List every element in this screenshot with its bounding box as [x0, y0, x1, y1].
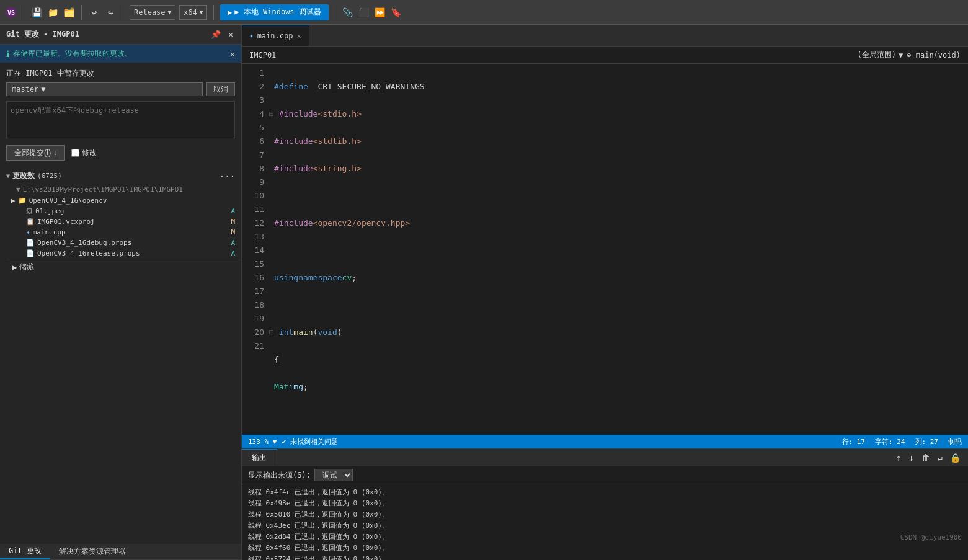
problems-status[interactable]: ✔ 未找到相关问题 [282, 437, 337, 447]
bookmark-icon[interactable]: 🔖 [390, 6, 402, 19]
scope-dropdown[interactable]: (全局范围) ▼ [858, 50, 904, 60]
output-source-label: 显示输出来源(S): [248, 470, 311, 481]
output-tab-label: 输出 [252, 453, 267, 463]
editor-status-bar: 133 % ▼ ✔ 未找到相关问题 行: 17 字符: 24 列: 27 制码 [242, 435, 968, 448]
func-dropdown[interactable]: ⊙ main(void) [907, 51, 961, 60]
redo-icon[interactable]: ↪ [104, 6, 117, 19]
left-panel-title: Git 更改 - IMGP01 [6, 29, 79, 40]
cancel-button[interactable]: 取消 [206, 82, 235, 96]
close-panel-icon[interactable]: ✕ [226, 29, 235, 40]
tree-root-path: ▼ E:\vs2019MyProject\IMGP01\IMGP01\IMGP0… [6, 184, 241, 195]
sep5 [335, 5, 335, 20]
modify-checkbox-label[interactable]: 修改 [71, 148, 97, 158]
info-message: 存储库已最新。没有要拉取的更改。 [13, 48, 132, 59]
cpp-file-icon: ✦ [249, 32, 254, 40]
root-path: E:\vs2019MyProject\IMGP01\IMGP01\IMGP01 [23, 185, 183, 193]
file-icon-debug-props: 📄 [26, 239, 35, 247]
output-down-icon[interactable]: ↓ [906, 452, 916, 463]
tab-close-icon[interactable]: ✕ [296, 32, 301, 40]
code-line-3: #include<stdlib.h> [274, 135, 968, 148]
code-line-10: ⊟int main(void) [274, 326, 968, 339]
tree-file-vcxproj[interactable]: 📋 IMGP01.vcxproj M [6, 216, 241, 227]
zoom-status[interactable]: 133 % ▼ [248, 438, 277, 446]
code-editor[interactable]: 12345 678910 1112131415 1617181920 21 #d… [242, 64, 968, 435]
code-line-1: #define _CRT_SECURE_NO_WARNINGS [274, 80, 968, 94]
output-clear-icon[interactable]: 🗑 [919, 452, 933, 463]
configuration-label: Release [134, 8, 166, 17]
commit-section-title: 正在 IMGP01 中暂存更改 [6, 68, 235, 79]
open-folder-icon[interactable]: 📁 [47, 6, 59, 19]
changes-header[interactable]: ▼ 更改数 (6725) ··· [0, 168, 241, 184]
configuration-dropdown[interactable]: Release ▼ [130, 5, 175, 20]
branch-arrow-icon: ▼ [41, 85, 45, 94]
attach-icon[interactable]: 📎 [342, 6, 354, 19]
file-name-main: main.cpp [33, 228, 66, 236]
output-lock-icon[interactable]: 🔒 [948, 452, 963, 463]
breadcrumb-bar: IMGP01 (全局范围) ▼ ⊙ main(void) [242, 47, 968, 64]
main-content: Git 更改 - IMGP01 📌 ✕ ℹ 存储库已最新。没有要拉取的更改。 ✕… [0, 25, 968, 560]
changes-arrow-icon: ▼ [6, 172, 10, 179]
tab-solution-explorer[interactable]: 解决方案资源管理器 [50, 544, 135, 559]
breadcrumb-project[interactable]: IMGP01 [249, 51, 276, 60]
info-icon: ℹ [6, 49, 9, 59]
left-panel-icons: 📌 ✕ [209, 29, 235, 40]
left-bottom-tabs: Git 更改 解决方案资源管理器 [0, 544, 241, 560]
branch-name: master [12, 85, 38, 94]
undo-icon[interactable]: ↩ [88, 6, 100, 19]
output-line-0: 线程 0x4f4c 已退出，返回值为 0 (0x0)。 [248, 487, 962, 498]
save-all-icon[interactable]: 🗂️ [63, 6, 75, 19]
code-line-4: #include<string.h> [274, 162, 968, 176]
output-panel: 输出 ↑ ↓ 🗑 ↵ 🔒 显示输出来源(S): 调试 线程 0x4f4c 已退出… [242, 448, 968, 560]
platform-dropdown[interactable]: x64 ▼ [179, 5, 207, 20]
output-source-row: 显示输出来源(S): 调试 [242, 466, 968, 484]
save-icon[interactable]: 💾 [30, 6, 43, 19]
platform-arrow-icon: ▼ [200, 9, 203, 16]
tree-file-debug-props[interactable]: 📄 OpenCV3_4_16debug.props A [6, 238, 241, 248]
output-line-3: 线程 0x43ec 已退出，返回值为 0 (0x0)。 [248, 520, 962, 531]
code-content: #define _CRT_SECURE_NO_WARNINGS ⊟#includ… [274, 64, 968, 435]
commit-message-input[interactable] [6, 101, 235, 138]
code-line-9 [274, 298, 968, 312]
editor-tab-bar: ✦ main.cpp ✕ [242, 25, 968, 47]
output-up-icon[interactable]: ↑ [894, 452, 904, 463]
stash-toggle[interactable]: ▶ 储藏 [12, 262, 235, 272]
tab-git-changes[interactable]: Git 更改 [0, 544, 50, 559]
folder-arrow-icon: ▶ [11, 197, 16, 205]
modify-checkbox[interactable] [71, 149, 79, 157]
platform-label: x64 [184, 8, 197, 17]
sep4 [213, 5, 214, 20]
output-line-4: 线程 0x2d84 已退出，返回值为 0 (0x0)。 [248, 531, 962, 543]
tree-file-jpeg[interactable]: 🖼 01.jpeg A [6, 206, 241, 216]
file-icon-vcxproj: 📋 [26, 218, 35, 226]
file-status-debug-props: A [226, 239, 235, 247]
tab-output[interactable]: 输出 [242, 449, 277, 466]
code-line-2: ⊟#include<stdio.h> [274, 107, 968, 121]
tree-file-release-props[interactable]: 📄 OpenCV3_4_16release.props A [6, 248, 241, 259]
info-bar: ℹ 存储库已最新。没有要拉取的更改。 ✕ [0, 45, 241, 63]
output-content: 线程 0x4f4c 已退出，返回值为 0 (0x0)。 线程 0x498e 已退… [242, 484, 968, 560]
pin-icon[interactable]: 📌 [209, 29, 223, 40]
close-info-icon[interactable]: ✕ [230, 49, 235, 59]
breakpoint-icon[interactable]: ⬛ [358, 6, 370, 19]
step-icon[interactable]: ⏩ [374, 6, 386, 19]
changes-menu-icon[interactable]: ··· [220, 171, 235, 181]
output-controls: ↑ ↓ 🗑 ↵ 🔒 [889, 452, 968, 463]
output-tabs: 输出 ↑ ↓ 🗑 ↵ 🔒 [242, 449, 968, 466]
output-wrap-icon[interactable]: ↵ [935, 452, 945, 463]
col-status: 列: 27 [915, 437, 939, 447]
branch-dropdown[interactable]: master ▼ [6, 82, 203, 96]
file-icon-release-props: 📄 [26, 249, 35, 257]
zoom-arrow-icon: ▼ [273, 438, 277, 446]
tree-file-main[interactable]: ✦ main.cpp M [6, 227, 241, 238]
vs-logo-icon[interactable]: VS [5, 6, 17, 19]
commit-button[interactable]: 全部提交(I) ↓ [6, 145, 65, 161]
tree-folder-opencv[interactable]: ▶ 📁 OpenCV3_4_16\opencv [6, 195, 241, 206]
run-button[interactable]: ▶ ▶ 本地 Windows 调试器 [220, 4, 329, 20]
code-line-7 [274, 244, 968, 257]
tab-main-cpp[interactable]: ✦ main.cpp ✕ [242, 25, 309, 46]
right-panel: ✦ main.cpp ✕ IMGP01 (全局范围) ▼ ⊙ main(void… [242, 25, 968, 560]
svg-text:VS: VS [7, 9, 15, 16]
stash-section: ▶ 储藏 [6, 259, 241, 275]
encoding-status: 制码 [948, 437, 962, 447]
output-source-dropdown[interactable]: 调试 [314, 469, 353, 481]
